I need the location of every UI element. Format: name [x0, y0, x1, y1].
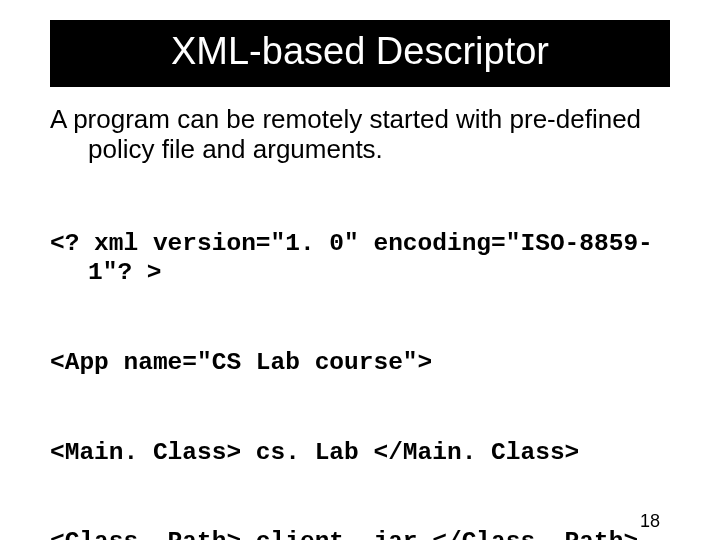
slide-title: XML-based Descriptor — [50, 20, 670, 87]
xml-line-3: <Main. Class> cs. Lab </Main. Class> — [50, 438, 670, 468]
xml-line-4: <Class. Path> client. jar </Class. Path> — [50, 527, 670, 540]
slide-body: A program can be remotely started with p… — [50, 105, 670, 540]
page-number: 18 — [640, 511, 660, 532]
xml-line-1: <? xml version="1. 0" encoding="ISO-8859… — [50, 229, 670, 289]
xml-line-2: <App name="CS Lab course"> — [50, 348, 670, 378]
xml-block: <? xml version="1. 0" encoding="ISO-8859… — [50, 169, 670, 540]
slide: XML-based Descriptor A program can be re… — [0, 20, 720, 540]
intro-text: A program can be remotely started with p… — [50, 105, 670, 165]
